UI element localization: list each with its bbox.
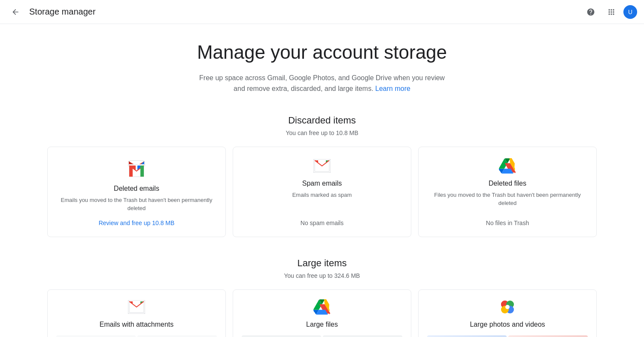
gmail-envelope-2 (313, 157, 331, 175)
gmail-envelope-1 (128, 162, 145, 180)
discarded-title: Discarded items (47, 115, 597, 126)
files-thumbs (242, 335, 402, 337)
deleted-files-desc: Files you moved to the Trash but haven't… (429, 191, 586, 208)
discarded-section: Discarded items You can free up to 10.8 … (47, 115, 597, 237)
top-bar: Storage manager U (0, 0, 644, 24)
apps-button[interactable] (603, 3, 620, 21)
hero-section: Manage your account storage Free up spac… (47, 41, 597, 94)
large-photos-title: Large photos and videos (470, 321, 545, 328)
back-button[interactable] (7, 3, 24, 21)
gdrive-icon-2 (313, 298, 331, 316)
learn-more-link[interactable]: Learn more (375, 85, 410, 92)
gdrive-icon-1 (499, 157, 516, 175)
large-subtitle: You can free up to 324.6 MB (47, 272, 597, 279)
svg-rect-4 (140, 165, 144, 177)
emails-attachments-card: Emails with attachments (47, 289, 226, 337)
top-bar-left: Storage manager (7, 3, 96, 21)
large-cards-grid: Emails with attachments (47, 289, 597, 337)
email-thumb-2 (137, 335, 217, 337)
spam-emails-no-action: No spam emails (301, 220, 343, 226)
svg-rect-3 (129, 165, 133, 177)
hero-subtitle: Free up space across Gmail, Google Photo… (193, 72, 451, 94)
deleted-files-title: Deleted files (489, 180, 526, 187)
top-bar-right: U (582, 3, 637, 21)
gphotos-icon-1 (499, 298, 516, 316)
file-thumb-2 (323, 335, 402, 337)
photo-thumb-2 (508, 335, 588, 337)
file-thumb-1 (242, 335, 321, 337)
page-title: Storage manager (29, 7, 96, 17)
deleted-emails-desc: Emails you moved to the Trash but haven'… (58, 196, 215, 213)
photos-thumbs (427, 335, 588, 337)
discarded-subtitle: You can free up to 10.8 MB (47, 129, 597, 136)
help-button[interactable] (582, 3, 599, 21)
email-thumb-1 (56, 335, 136, 337)
main-content: Manage your account storage Free up spac… (21, 24, 623, 337)
hero-title: Manage your account storage (47, 41, 597, 64)
svg-point-16 (505, 305, 510, 309)
apps-icon (607, 8, 616, 16)
emails-thumbs (56, 335, 217, 337)
large-section: Large items You can free up to 324.6 MB … (47, 258, 597, 337)
large-title: Large items (47, 258, 597, 269)
large-photos-card: Large photos and videos (418, 289, 597, 337)
spam-emails-title: Spam emails (302, 180, 342, 187)
spam-emails-card: Spam emails Emails marked as spam No spa… (233, 147, 411, 237)
discarded-cards-grid: Deleted emails Emails you moved to the T… (47, 147, 597, 237)
spam-emails-desc: Emails marked as spam (292, 191, 352, 199)
deleted-emails-title: Deleted emails (114, 185, 159, 193)
deleted-emails-card: Deleted emails Emails you moved to the T… (47, 147, 226, 237)
emails-attachments-title: Emails with attachments (100, 321, 174, 328)
gmail-envelope-3 (128, 298, 145, 316)
avatar[interactable]: U (623, 5, 637, 19)
large-files-card: Large files (233, 289, 411, 337)
deleted-emails-action[interactable]: Review and free up 10.8 MB (99, 220, 175, 226)
deleted-files-no-action: No files in Trash (486, 220, 529, 226)
back-icon (11, 8, 20, 16)
large-files-title: Large files (306, 321, 338, 328)
photo-thumb-1 (427, 335, 507, 337)
help-icon (586, 8, 595, 16)
deleted-files-card: Deleted files Files you moved to the Tra… (418, 147, 597, 237)
